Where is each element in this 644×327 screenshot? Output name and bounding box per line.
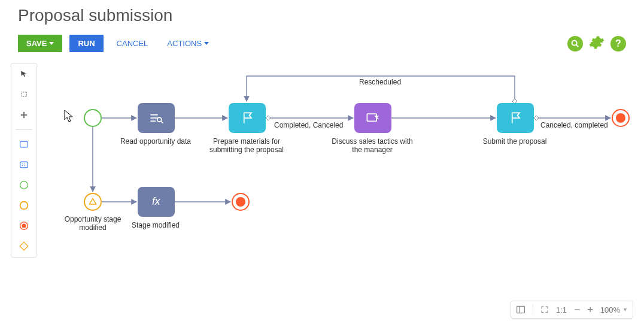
save-button[interactable]: SAVE — [18, 35, 62, 52]
svg-line-1 — [576, 45, 578, 47]
help-icon[interactable]: ? — [610, 36, 626, 52]
svg-rect-5 — [20, 141, 28, 147]
edge-label-completed-canceled: Completed, Canceled — [274, 121, 343, 129]
toolbar: SAVE RUN CANCEL ACTIONS ? — [0, 26, 644, 58]
discuss-tactics-label: Discuss sales tactics with the manager — [330, 137, 414, 154]
zoom-level-value: 100% — [600, 305, 620, 314]
svg-rect-2 — [22, 92, 26, 96]
gear-icon[interactable] — [589, 35, 604, 52]
edge-label-canceled-completed: Canceled, completed — [540, 121, 608, 129]
actions-button[interactable]: ACTIONS — [161, 35, 215, 52]
prepare-materials-node[interactable] — [229, 103, 266, 133]
run-button[interactable]: RUN — [69, 35, 103, 52]
cancel-button[interactable]: CANCEL — [111, 35, 154, 52]
toolbar-right-icons: ? — [567, 35, 626, 52]
submit-proposal-node[interactable] — [497, 103, 534, 133]
gateway-shape-icon[interactable] — [18, 240, 30, 252]
svg-point-14 — [22, 223, 26, 228]
caret-down-icon — [204, 42, 209, 45]
edge-label-rescheduled: Rescheduled — [359, 78, 401, 86]
start-event-icon[interactable] — [18, 179, 30, 191]
svg-text:fx: fx — [152, 195, 161, 207]
tool-palette — [11, 63, 37, 258]
caret-down-icon: ▼ — [622, 307, 628, 313]
svg-rect-6 — [20, 162, 28, 168]
zoom-out-button[interactable]: − — [574, 304, 581, 316]
svg-point-7 — [22, 164, 23, 164]
cancel-label: CANCEL — [117, 39, 148, 48]
discuss-tactics-node[interactable] — [354, 103, 391, 133]
intermediate-event-icon[interactable] — [18, 199, 30, 211]
svg-point-8 — [25, 164, 25, 164]
svg-marker-21 — [534, 116, 539, 120]
read-opportunity-label: Read opportunity data — [114, 137, 198, 146]
lasso-tool-icon[interactable] — [18, 89, 30, 101]
minimap-icon[interactable] — [516, 305, 525, 314]
separator — [533, 304, 533, 315]
pan-tool-icon[interactable] — [18, 109, 30, 121]
run-label: RUN — [78, 39, 95, 48]
stage-modified-label: Stage modified — [114, 221, 198, 229]
pointer-tool-icon[interactable] — [18, 68, 30, 80]
svg-point-11 — [20, 181, 28, 189]
end-event-node-main[interactable] — [612, 109, 630, 127]
page-title: Proposal submission — [0, 0, 644, 26]
svg-point-9 — [22, 165, 23, 166]
svg-rect-32 — [367, 114, 376, 121]
actions-label: ACTIONS — [167, 39, 202, 48]
subtask-shape-icon[interactable] — [18, 159, 30, 171]
svg-marker-18 — [266, 116, 271, 120]
end-event-node-secondary[interactable] — [232, 193, 250, 211]
zoom-level-button[interactable]: 100% ▼ — [600, 305, 628, 314]
svg-point-0 — [572, 40, 577, 45]
submit-proposal-label: Submit the proposal — [473, 137, 557, 146]
svg-point-30 — [157, 117, 162, 122]
start-event-node[interactable] — [84, 109, 102, 127]
zoom-in-button[interactable]: + — [587, 304, 593, 315]
zoom-toolbar: 1:1 − + 100% ▼ — [511, 301, 633, 319]
cursor-icon — [63, 109, 74, 122]
diagram-canvas[interactable]: Read opportunity data Prepare materials … — [42, 58, 633, 286]
read-opportunity-node[interactable] — [138, 103, 175, 133]
workspace: Read opportunity data Prepare materials … — [11, 58, 633, 286]
task-shape-icon[interactable] — [18, 138, 30, 150]
connector-layer — [42, 58, 633, 286]
svg-point-10 — [25, 165, 25, 166]
save-label: SAVE — [26, 39, 47, 48]
svg-rect-15 — [20, 242, 28, 250]
caret-down-icon — [49, 42, 54, 45]
zoom-ratio-button[interactable]: 1:1 — [556, 305, 567, 314]
end-event-icon[interactable] — [18, 220, 30, 232]
intermediate-event-node[interactable] — [84, 193, 102, 211]
stage-modified-node[interactable]: fx — [138, 187, 175, 217]
palette-separator — [16, 129, 32, 130]
svg-line-31 — [161, 121, 163, 123]
search-icon[interactable] — [567, 36, 583, 52]
fit-screen-icon[interactable] — [540, 305, 549, 314]
svg-rect-34 — [517, 306, 524, 313]
svg-point-12 — [20, 202, 28, 210]
prepare-materials-label: Prepare materials for submitting the pro… — [205, 137, 288, 154]
